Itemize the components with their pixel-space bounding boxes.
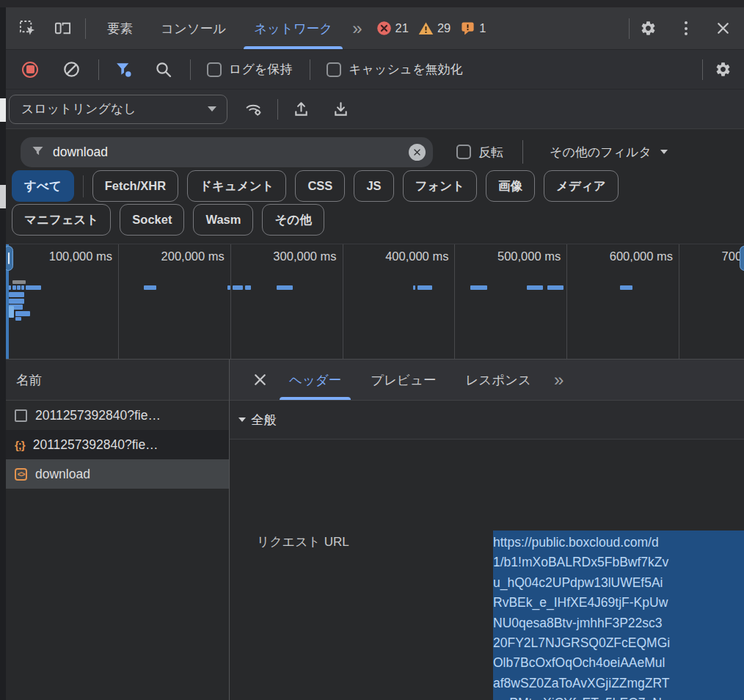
filter-chip[interactable]: メディア bbox=[544, 170, 619, 202]
filter-chip[interactable]: その他 bbox=[262, 204, 324, 236]
request-row[interactable]: <>download bbox=[6, 459, 229, 489]
throttling-toolbar: スロットリングなし bbox=[6, 90, 744, 129]
panel-tab-list: 要素コンソールネットワーク bbox=[93, 7, 346, 49]
preserve-log-label: ログを保持 bbox=[229, 61, 292, 78]
devtools-main: 要素コンソールネットワーク » 21 29 bbox=[6, 7, 744, 700]
import-har-button[interactable] bbox=[288, 97, 313, 122]
detail-tab-headers[interactable]: ヘッダー bbox=[277, 360, 354, 400]
upload-icon bbox=[293, 101, 310, 117]
search-button[interactable] bbox=[150, 57, 175, 82]
request-bar bbox=[620, 285, 632, 290]
network-conditions-button[interactable] bbox=[241, 97, 266, 122]
export-har-button[interactable] bbox=[328, 97, 353, 122]
preserve-log-checkbox[interactable] bbox=[207, 62, 222, 77]
more-filters-dropdown[interactable]: その他のフィルタ bbox=[550, 144, 668, 161]
network-overview[interactable]: 100,000 ms200,000 ms300,000 ms400,000 ms… bbox=[6, 244, 744, 360]
request-bar bbox=[413, 285, 415, 290]
chevron-down-icon bbox=[208, 106, 216, 112]
more-tabs-button[interactable]: » bbox=[346, 18, 366, 39]
network-toolbar: ログを保持 キャッシュを無効化 bbox=[6, 50, 744, 90]
clear-filter-button[interactable] bbox=[409, 144, 426, 161]
request-bar bbox=[17, 285, 21, 290]
filter-chip[interactable]: マニフェスト bbox=[12, 204, 111, 236]
grid-line bbox=[343, 244, 343, 359]
request-bar bbox=[21, 285, 24, 290]
filter-chip[interactable]: JS bbox=[354, 170, 393, 202]
request-url-line: RvBEk_e_IHfXE4J69tjF-KpUw bbox=[493, 593, 744, 613]
detail-tab-preview[interactable]: プレビュー bbox=[358, 360, 448, 400]
request-bar bbox=[233, 285, 243, 290]
search-icon bbox=[155, 61, 172, 78]
tick-label: 700,000 ms bbox=[704, 249, 744, 263]
request-bar bbox=[15, 317, 21, 321]
close-devtools-button[interactable] bbox=[710, 16, 735, 41]
gear-icon bbox=[715, 61, 732, 78]
more-detail-tabs-button[interactable]: » bbox=[548, 370, 568, 390]
request-bar bbox=[417, 285, 432, 290]
warning-badge[interactable]: 29 bbox=[418, 21, 451, 36]
device-toolbar-button[interactable] bbox=[50, 16, 75, 41]
request-row[interactable]: 2011257392840?fie… bbox=[6, 401, 229, 430]
close-icon bbox=[252, 371, 269, 388]
tab-network[interactable]: ネットワーク bbox=[240, 7, 346, 49]
issues-badge[interactable]: 1 bbox=[460, 21, 486, 36]
error-count: 21 bbox=[395, 21, 409, 35]
request-bar bbox=[527, 285, 543, 290]
filter-toggle-button[interactable] bbox=[111, 57, 136, 82]
filter-chip[interactable]: Socket bbox=[120, 204, 184, 236]
funnel-active-icon bbox=[115, 61, 132, 78]
filter-input-value: download bbox=[53, 145, 409, 160]
invert-filter-checkbox[interactable] bbox=[456, 145, 471, 159]
filter-chip[interactable]: ドキュメント bbox=[187, 170, 286, 202]
filter-input[interactable]: download bbox=[21, 137, 433, 167]
filter-chip[interactable]: Fetch/XHR bbox=[92, 170, 178, 202]
inspect-element-button[interactable] bbox=[15, 16, 40, 41]
requests-table: 名前 2011257392840?fie…{;}2011257392840?fi… bbox=[6, 360, 230, 700]
request-bar bbox=[12, 285, 16, 290]
request-url-line: NU0qesa8Btv-jmhhF3P22sc3 bbox=[493, 613, 744, 633]
request-url-line: wuPMtmXiCYfsETu5hEO7eNg bbox=[493, 693, 744, 700]
overview-right-handle[interactable] bbox=[740, 246, 744, 271]
invert-filter-label: 反転 bbox=[478, 144, 503, 161]
page-bleed-highlight bbox=[0, 98, 6, 122]
error-badge[interactable]: 21 bbox=[376, 21, 409, 36]
request-url-value[interactable]: https://public.boxcloud.com/d1/b1!mXoBAL… bbox=[493, 531, 744, 700]
request-url-line: https://public.boxcloud.com/d bbox=[493, 533, 744, 553]
settings-button[interactable] bbox=[635, 16, 660, 41]
record-network-log-button[interactable] bbox=[18, 57, 43, 82]
filter-chip[interactable]: Wasm bbox=[193, 204, 253, 236]
clear-network-log-button[interactable] bbox=[59, 57, 84, 82]
name-column-header[interactable]: 名前 bbox=[6, 360, 229, 401]
record-icon bbox=[22, 62, 38, 78]
filter-chip[interactable]: すべて bbox=[12, 170, 74, 202]
warning-count: 29 bbox=[437, 21, 451, 35]
window-top-strip bbox=[0, 0, 744, 7]
request-bar bbox=[245, 285, 251, 290]
devtools-menu-button[interactable] bbox=[674, 16, 699, 41]
separator bbox=[190, 59, 191, 80]
throttling-select[interactable]: スロットリングなし bbox=[9, 95, 227, 124]
code-icon: <> bbox=[15, 468, 27, 481]
request-row[interactable]: {;}2011257392840?fie… bbox=[6, 430, 229, 459]
tab-console[interactable]: コンソール bbox=[147, 7, 240, 49]
tick-label: 400,000 ms bbox=[368, 249, 448, 263]
filter-chip[interactable]: 画像 bbox=[486, 170, 535, 202]
request-details-panel: ヘッダープレビューレスポンス » 全般 リクエスト URL https://pu… bbox=[230, 360, 744, 700]
general-section-header[interactable]: 全般 bbox=[230, 401, 744, 440]
disable-cache-checkbox[interactable] bbox=[327, 62, 341, 77]
tab-elements[interactable]: 要素 bbox=[93, 7, 147, 49]
headers-content: リクエスト URL https://public.boxcloud.com/d1… bbox=[230, 440, 744, 700]
request-bar bbox=[547, 285, 564, 290]
filter-chip[interactable]: CSS bbox=[295, 170, 345, 202]
request-bar bbox=[15, 311, 30, 316]
close-details-button[interactable] bbox=[247, 368, 272, 393]
filter-chip[interactable]: フォント bbox=[403, 170, 478, 202]
request-rows: 2011257392840?fie…{;}2011257392840?fie…<… bbox=[6, 401, 229, 489]
request-bar bbox=[26, 285, 41, 290]
request-url-line: 1/b1!mXoBALRDx5FbBwf7kZv bbox=[493, 553, 744, 572]
grid-line bbox=[679, 244, 679, 359]
overview-left-handle[interactable] bbox=[6, 246, 13, 271]
network-settings-button[interactable] bbox=[710, 57, 735, 82]
clear-x-icon bbox=[412, 147, 422, 157]
detail-tab-response[interactable]: レスポンス bbox=[453, 360, 544, 400]
